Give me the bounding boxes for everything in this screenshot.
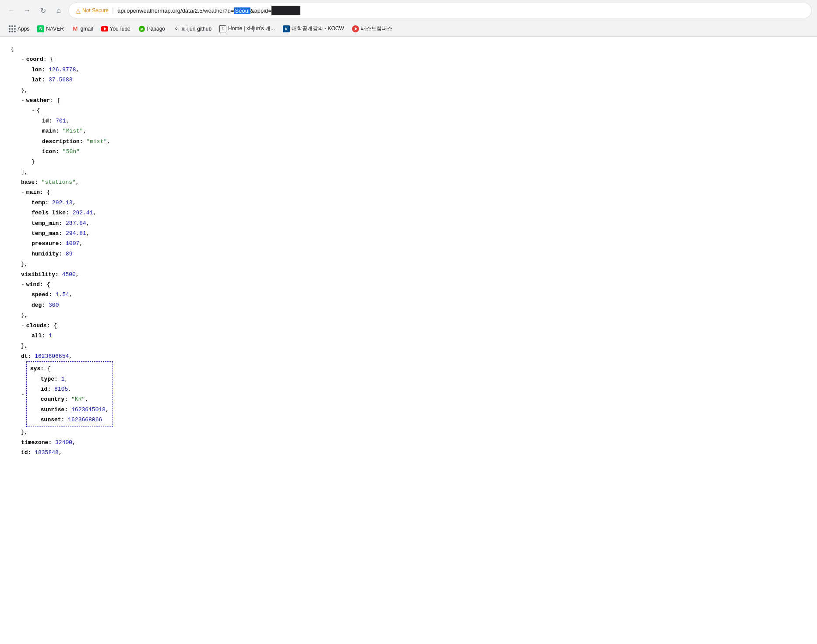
json-line-temp-min: temp_min: 287.84, [11, 218, 806, 228]
json-line-all: all: 1 [11, 331, 806, 341]
json-line-pressure: pressure: 1007, [11, 238, 806, 248]
json-line-coord: - coord: { [11, 54, 806, 64]
json-line-sys-close: }, [11, 427, 806, 437]
naver-icon: N [37, 25, 44, 32]
json-line-dt: dt: 1623606654, [11, 351, 806, 361]
json-line-coord-close: }, [11, 85, 806, 95]
json-line-weather-item-close: } [11, 157, 806, 167]
json-line-main-obj: - main: { [11, 187, 806, 197]
json-sys-open: sys: { [30, 364, 109, 374]
json-line-clouds-close: }, [11, 341, 806, 351]
bookmark-papago-label: Papago [147, 26, 165, 32]
json-line-sys-country: country: "KR", [30, 394, 109, 404]
json-line-lat: lat: 37.5683 [11, 75, 806, 85]
json-line-description: description: "mist", [11, 136, 806, 147]
collapse-wind[interactable]: - [21, 280, 25, 290]
separator: | [112, 7, 114, 14]
back-button[interactable]: ← [5, 4, 18, 17]
github-icon: ⚬ [173, 25, 180, 32]
sys-dashed-box: sys: { type: 1, id: 8105, country: "KR",… [26, 361, 113, 427]
bookmark-github-label: xi-ijun-github [182, 26, 211, 32]
json-line-open: { [11, 44, 806, 54]
bookmark-naver-label: NAVER [46, 26, 63, 32]
youtube-icon [101, 25, 108, 32]
fastcampus-icon [352, 25, 359, 32]
warning-icon: △ [76, 7, 81, 14]
svg-marker-4 [355, 27, 357, 31]
bookmark-github[interactable]: ⚬ xi-ijun-github [169, 24, 215, 34]
bookmark-youtube-label: YouTube [110, 26, 130, 32]
json-line-weather-close: ], [11, 167, 806, 177]
url-appid-value [271, 6, 301, 15]
bookmark-apps-label: Apps [18, 26, 29, 32]
json-line-trailing-id: id: 1835848, [11, 448, 806, 458]
collapse-weather-item[interactable]: - [32, 105, 35, 116]
json-line-weather: - weather: [ [11, 95, 806, 105]
json-line-temp: temp: 292.13, [11, 198, 806, 208]
url-prefix: api.openweathermap.org/data/2.5/weather?… [117, 7, 234, 14]
bookmark-naver[interactable]: N NAVER [34, 24, 67, 34]
url-suffix: &appid= [250, 7, 271, 14]
bookmark-gmail-label: gmail [81, 26, 93, 32]
json-line-temp-max: temp_max: 294.81, [11, 228, 806, 238]
json-line-lon: lon: 126.9778, [11, 65, 806, 75]
json-content-area: { - coord: { lon: 126.9778, lat: 37.5683… [0, 37, 817, 465]
json-line-feels-like: feels_like: 292.41, [11, 208, 806, 218]
forward-button[interactable]: → [21, 4, 33, 17]
bookmark-papago[interactable]: P Papago [135, 24, 169, 34]
collapse-sys[interactable]: - [21, 389, 25, 399]
json-line-icon: icon: "50n" [11, 147, 806, 157]
papago-icon: P [138, 25, 145, 32]
collapse-clouds[interactable]: - [21, 321, 25, 331]
kocw-icon: K [283, 25, 290, 32]
reload-button[interactable]: ↻ [37, 4, 49, 17]
security-warning: △ Not Secure [76, 7, 109, 14]
address-bar[interactable]: △ Not Secure | api.openweathermap.org/da… [68, 3, 812, 18]
security-text: Not Secure [82, 7, 109, 14]
json-line-base: base: "stations", [11, 177, 806, 187]
nav-bar: ← → ↻ ⌂ △ Not Secure | api.openweatherma… [0, 0, 817, 21]
json-line-weather-item: - { [11, 105, 806, 116]
json-line-timezone: timezone: 32400, [11, 438, 806, 448]
gmail-icon: M [72, 25, 79, 32]
collapse-main[interactable]: - [21, 187, 25, 197]
json-line-sys-type: type: 1, [30, 374, 109, 384]
apps-grid-icon [9, 25, 16, 32]
bookmark-fastcampus[interactable]: 패스트캠퍼스 [349, 23, 396, 34]
json-line-sys-id: id: 8105, [30, 384, 109, 394]
json-line-humidity: humidity: 89 [11, 249, 806, 259]
browser-chrome: ← → ↻ ⌂ △ Not Secure | api.openweatherma… [0, 0, 817, 37]
json-line-clouds: - clouds: { [11, 321, 806, 331]
json-line-speed: speed: 1.54, [11, 290, 806, 300]
home-tab-icon: t [219, 25, 226, 32]
json-line-sys-sunset: sunset: 1623668066 [30, 415, 109, 425]
url-display: api.openweathermap.org/data/2.5/weather?… [117, 6, 804, 15]
bookmark-fastcampus-label: 패스트캠퍼스 [361, 25, 392, 32]
bookmark-home-label: Home | xi-ijun's 개... [228, 25, 275, 32]
bookmark-gmail[interactable]: M gmail [68, 24, 97, 34]
collapse-coord[interactable]: - [21, 54, 25, 64]
bookmark-youtube[interactable]: YouTube [98, 24, 134, 34]
json-line-wind: - wind: { [11, 280, 806, 290]
json-sys-section: - sys: { type: 1, id: 8105, country: "KR… [11, 361, 806, 427]
json-line-deg: deg: 300 [11, 300, 806, 310]
json-line-main-close: }, [11, 259, 806, 269]
url-highlighted-query: Seoul [234, 7, 250, 14]
bookmarks-bar: Apps N NAVER M gmail YouTube [0, 21, 817, 37]
json-line-sys-sunrise: sunrise: 1623615018, [30, 405, 109, 415]
bookmark-kocw-label: 대학공개강의 - KOCW [292, 25, 344, 32]
json-line-wind-close: }, [11, 310, 806, 320]
svg-text:P: P [141, 27, 143, 32]
json-line-main: main: "Mist", [11, 126, 806, 136]
json-line-visibility: visibility: 4500, [11, 270, 806, 280]
bookmark-kocw[interactable]: K 대학공개강의 - KOCW [279, 23, 348, 34]
home-button[interactable]: ⌂ [53, 4, 65, 17]
collapse-weather[interactable]: - [21, 95, 25, 105]
bookmark-apps[interactable]: Apps [5, 24, 33, 34]
json-line-sys: - sys: { type: 1, id: 8105, country: "KR… [21, 361, 113, 427]
json-line-id: id: 701, [11, 116, 806, 126]
bookmark-home[interactable]: t Home | xi-ijun's 개... [216, 23, 278, 34]
